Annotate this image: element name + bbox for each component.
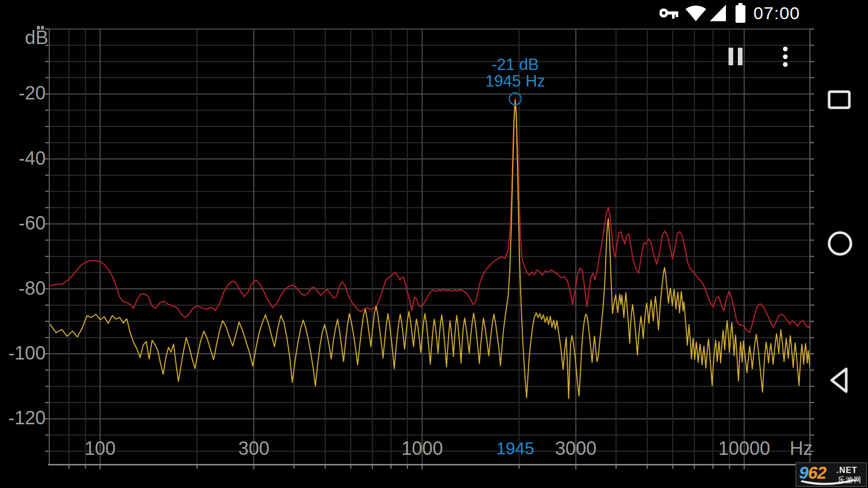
x-axis-unit-label: Hz (760, 438, 843, 460)
cursor-freq-label: 1945 Hz (448, 73, 583, 89)
y-tick-label: -120 (1, 407, 46, 429)
y-tick-label: -60 (1, 212, 46, 234)
y-axis-title-artifact-dots (37, 22, 45, 32)
watermark-suffix: .NET (836, 466, 857, 475)
y-tick-label: -100 (1, 342, 46, 364)
cursor-db-label: -21 dB (448, 56, 583, 73)
status-bar: 07:00 (660, 0, 800, 26)
x-tick-label: 100 (59, 438, 142, 460)
x-tick-label: 300 (212, 438, 295, 460)
y-tick-label: -20 (1, 82, 46, 104)
battery-icon (735, 3, 746, 23)
recents-square-icon (827, 104, 852, 112)
back-triangle-icon (828, 387, 851, 396)
app-screen: -20-40-60-80-100-1201003001000300010000H… (0, 0, 868, 488)
cursor-readout: -21 dB 1945 Hz (448, 56, 583, 90)
key-icon (660, 5, 678, 21)
home-circle-icon (827, 250, 853, 259)
nav-back-button[interactable] (828, 366, 851, 397)
watermark-badge: 962 .NET 乐游网 (795, 462, 867, 487)
nav-home-button[interactable] (827, 230, 853, 259)
wifi-icon (685, 4, 707, 22)
nav-recents-button[interactable] (827, 89, 852, 113)
watermark-cn-name: 乐游网 (837, 476, 862, 485)
spectrum-chart[interactable] (0, 0, 868, 488)
pause-button[interactable] (724, 44, 747, 69)
x-tick-label: 1000 (381, 438, 464, 460)
cursor-freq-axis-label: 1945 (474, 439, 557, 458)
y-tick-label: -40 (1, 148, 46, 169)
watermark-brand: 962 (799, 463, 826, 483)
trace-max-hold (50, 98, 810, 333)
y-tick-label: -80 (1, 278, 46, 299)
status-clock: 07:00 (753, 3, 800, 23)
cell-signal-icon (710, 5, 726, 21)
overflow-menu-button[interactable] (778, 42, 792, 73)
